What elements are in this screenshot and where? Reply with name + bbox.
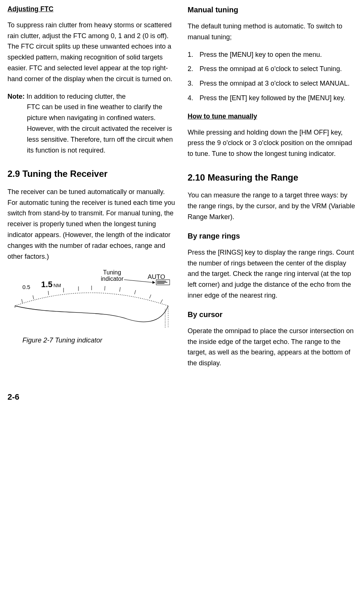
page-number: 2-6: [7, 390, 357, 403]
svg-line-8: [48, 291, 49, 295]
tuning-label-1: Tuning: [103, 269, 121, 276]
range-unit: NM: [53, 283, 61, 288]
heading-2-10: 2.10 Measuring the Range: [188, 170, 357, 185]
heading-by-range-rings: By range rings: [188, 230, 357, 242]
step-item: Press the [MENU] key to open the menu.: [188, 49, 357, 60]
paragraph-how-to-tune: While pressing and holding down the [HM …: [188, 127, 357, 159]
heading-by-cursor: By cursor: [188, 308, 357, 320]
paragraph-2-9: The receiver can be tuned automatically …: [7, 187, 176, 262]
auto-label: AUTO: [148, 273, 165, 280]
tuning-indicator-svg: Tuning indicator AUTO 0.5 1.5 NM: [7, 268, 172, 332]
right-column: Manual tuning The default tuning method …: [188, 4, 357, 375]
svg-line-7: [33, 295, 34, 299]
heading-adjusting-ftc: Adjusting FTC: [7, 4, 176, 15]
step-item: Press the [ENT] key followed by the [MEN…: [188, 93, 357, 104]
heading-2-9: 2.9 Tuning the Receiver: [7, 167, 176, 181]
left-column: Adjusting FTC To suppress rain clutter f…: [7, 4, 176, 375]
svg-line-6: [22, 299, 22, 303]
svg-line-16: [161, 299, 163, 303]
tuning-label-2: indicator: [101, 276, 124, 282]
figure-tuning-indicator: Tuning indicator AUTO 0.5 1.5 NM: [7, 268, 176, 346]
step-item: Press the omnipad at 6 o'clock to select…: [188, 64, 357, 74]
paragraph-cursor: Operate the omnipad to place the cursor …: [188, 326, 357, 369]
svg-line-14: [135, 290, 136, 294]
paragraph-manual-intro: The default tuning method is automatic. …: [188, 21, 357, 43]
heading-how-to-tune: How to tune manually: [188, 111, 357, 122]
steps-list: Press the [MENU] key to open the menu. P…: [188, 49, 357, 104]
step-item: Press the omnipad at 3 o'clock to select…: [188, 78, 357, 89]
paragraph-2-10: You can measure the range to a target th…: [188, 190, 357, 222]
note-block: Note: In addition to reducing clutter, t…: [7, 91, 176, 156]
note-body: FTC can be used in fine weather to clari…: [7, 102, 176, 156]
heading-manual-tuning: Manual tuning: [188, 4, 357, 16]
svg-line-12: [105, 286, 105, 291]
paragraph-range-rings: Press the [RINGS] key to display the ran…: [188, 247, 357, 301]
note-label: Note:: [7, 93, 25, 100]
figure-caption: Figure 2-7 Tuning indicator: [7, 335, 176, 346]
svg-marker-1: [152, 281, 155, 284]
svg-line-13: [120, 287, 120, 292]
note-firstline: In addition to reducing clutter, the: [25, 93, 126, 100]
range-label: 1.5: [41, 280, 53, 289]
interval-label: 0.5: [22, 284, 30, 290]
svg-line-15: [149, 295, 151, 298]
paragraph-ftc: To suppress rain clutter from heavy stor…: [7, 20, 176, 84]
